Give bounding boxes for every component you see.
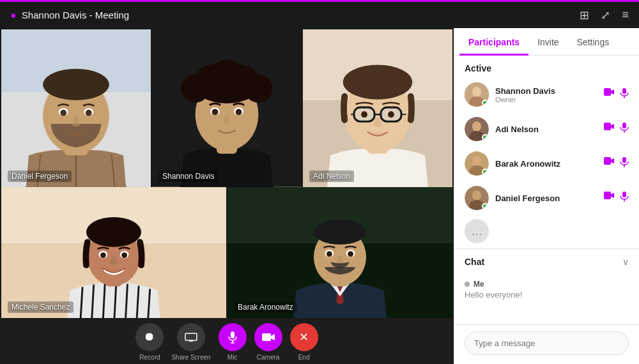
svg-line-43 <box>103 282 105 318</box>
online-dot <box>482 134 488 140</box>
video-cell-adi: Adi Nelson <box>303 29 452 187</box>
meeting-icon: ● <box>10 10 17 21</box>
top-bar-actions: ⊞ ⤢ ≡ <box>580 8 629 22</box>
tab-participants[interactable]: Participants <box>459 28 528 56</box>
svg-rect-0 <box>1 29 151 187</box>
chat-label: Chat <box>465 257 622 267</box>
camera-icon <box>254 323 282 351</box>
video-name-barak: Barak Aronowitz <box>234 301 297 313</box>
controls-bar: ⏺ Record Share Screen <box>0 319 454 364</box>
mic-label: Mic <box>227 354 238 361</box>
svg-line-45 <box>126 284 128 318</box>
svg-point-31 <box>343 65 413 100</box>
video-cell-daniel: Daniel Fergeson <box>1 29 151 187</box>
svg-point-19 <box>244 74 272 102</box>
svg-rect-93 <box>622 192 626 197</box>
mic-icon[interactable] <box>620 191 629 205</box>
menu-icon[interactable]: ≡ <box>622 8 629 22</box>
record-label: Record <box>139 354 160 361</box>
svg-point-59 <box>314 220 366 245</box>
sharescreen-label: Share Screen <box>171 354 210 361</box>
svg-point-54 <box>121 252 127 258</box>
svg-rect-80 <box>604 123 611 130</box>
svg-rect-6 <box>64 132 88 155</box>
svg-point-11 <box>60 110 66 116</box>
avatar-adi <box>465 117 489 141</box>
end-label: End <box>298 354 310 361</box>
participant-role: Owner <box>495 96 597 103</box>
svg-rect-39 <box>1 187 226 318</box>
participant-info-adi: Adi Nelson <box>495 125 597 134</box>
participant-item: Daniel Fergeson <box>454 181 639 215</box>
svg-point-24 <box>234 107 243 115</box>
mic-icon[interactable] <box>620 156 629 171</box>
chat-chevron-icon: ∨ <box>622 257 629 267</box>
svg-line-42 <box>92 284 94 318</box>
svg-point-9 <box>59 108 68 116</box>
svg-rect-57 <box>332 270 348 286</box>
video-cell-shannon: Shannon Davis <box>152 29 302 187</box>
expand-icon[interactable]: ⤢ <box>601 8 610 22</box>
chat-sender-name: Me <box>473 280 484 289</box>
camera-label: Camera <box>257 354 280 361</box>
tab-settings[interactable]: Settings <box>568 28 619 56</box>
svg-point-16 <box>196 78 259 150</box>
video-cell-barak: Barak Aronowitz <box>227 187 452 318</box>
participant-name: Adi Nelson <box>495 125 597 134</box>
svg-rect-86 <box>604 157 611 165</box>
svg-rect-29 <box>367 132 388 154</box>
mic-icon[interactable] <box>620 87 629 102</box>
svg-line-46 <box>137 285 139 318</box>
participant-icons-adi <box>603 122 629 136</box>
camera-button[interactable]: Camera <box>254 323 282 361</box>
video-name-michele: Michele Sanchez <box>8 301 73 313</box>
video-icon[interactable] <box>603 122 615 136</box>
end-button[interactable]: ✕ End <box>290 323 318 361</box>
mic-button[interactable]: Mic <box>219 323 247 361</box>
end-icon: ✕ <box>290 323 318 351</box>
svg-point-53 <box>100 252 106 258</box>
svg-rect-32 <box>354 107 374 121</box>
record-button[interactable]: ⏺ Record <box>135 323 164 361</box>
svg-line-44 <box>114 282 116 318</box>
participant-info-barak: Barak Aronowitz <box>495 159 597 169</box>
grid-icon[interactable]: ⊞ <box>580 8 589 22</box>
video-icon[interactable] <box>603 156 615 171</box>
participant-info-daniel: Daniel Fergeson <box>495 193 597 203</box>
avatar-daniel <box>465 186 489 210</box>
chat-section: Chat ∨ Me Hello everyone! <box>454 248 639 307</box>
sharescreen-icon <box>177 323 205 351</box>
video-icon[interactable] <box>603 87 615 102</box>
svg-point-22 <box>210 59 244 94</box>
sharescreen-button[interactable]: Share Screen <box>171 323 210 361</box>
svg-rect-92 <box>604 192 611 199</box>
svg-rect-81 <box>622 123 626 128</box>
video-bottom-row: Michele Sanchez <box>0 187 454 319</box>
video-name-shannon: Shannon Davis <box>158 171 218 182</box>
active-section-header: Active <box>454 56 639 77</box>
svg-line-41 <box>81 287 82 318</box>
video-name-daniel: Daniel Fergeson <box>8 171 72 182</box>
svg-line-47 <box>148 289 150 318</box>
main-content: Daniel Fergeson <box>0 28 639 364</box>
svg-rect-27 <box>303 29 452 187</box>
tab-invite[interactable]: Invite <box>528 28 567 56</box>
participant-info-shannon: Shannon Davis Owner <box>495 86 597 103</box>
meeting-title-area: ● Shannon Davis - Meeting <box>10 10 129 21</box>
svg-point-10 <box>84 108 93 116</box>
svg-point-52 <box>120 250 129 258</box>
chat-sender-dot <box>465 282 470 287</box>
svg-rect-70 <box>262 333 271 341</box>
mic-icon[interactable] <box>620 122 629 136</box>
video-icon[interactable] <box>603 191 615 205</box>
video-rows: Daniel Fergeson <box>0 28 454 319</box>
chat-header[interactable]: Chat ∨ <box>454 249 639 275</box>
svg-point-26 <box>236 109 242 116</box>
chat-input[interactable] <box>465 331 629 355</box>
svg-point-72 <box>472 87 481 97</box>
online-dot <box>482 169 488 175</box>
svg-point-8 <box>43 69 109 100</box>
svg-point-38 <box>388 111 394 118</box>
svg-rect-13 <box>152 29 302 187</box>
video-name-adi: Adi Nelson <box>309 171 354 182</box>
